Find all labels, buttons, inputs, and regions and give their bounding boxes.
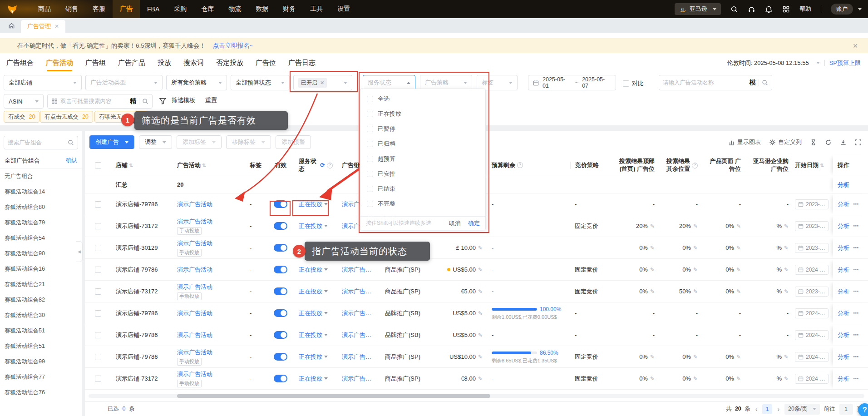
edit-pencil-icon[interactable]: ✎ — [650, 245, 655, 251]
sidebar-collapse-handle[interactable]: ◀ — [76, 241, 83, 262]
edit-pencil-icon[interactable]: ✎ — [736, 223, 741, 229]
valid-toggle[interactable] — [274, 222, 287, 230]
row-checkbox[interactable] — [95, 354, 101, 360]
campaign-link[interactable]: 演示广告活动 — [177, 348, 212, 357]
refresh-icon[interactable] — [825, 139, 832, 146]
chevron-down-icon[interactable] — [816, 62, 820, 64]
valid-toggle[interactable] — [274, 266, 287, 273]
edit-pencil-icon[interactable]: ✎ — [693, 288, 698, 295]
expand-icon[interactable] — [855, 139, 862, 146]
service-status-dropdown-trigger[interactable]: 正在投放 — [299, 266, 328, 274]
start-date-picker[interactable]: 2023-… — [795, 221, 829, 231]
edit-pencil-icon[interactable]: ✎ — [693, 376, 698, 382]
edit-pencil-icon[interactable]: ✎ — [736, 245, 741, 251]
nav-item-2[interactable]: 客服 — [85, 0, 113, 18]
bell-icon[interactable] — [765, 5, 773, 13]
campaign-link[interactable]: 演示广告活动 — [177, 283, 212, 291]
fuzzy-toggle[interactable]: 模 — [750, 79, 756, 87]
batch-grid-icon[interactable] — [51, 98, 58, 104]
funnel-icon[interactable] — [159, 97, 167, 105]
start-date-picker[interactable]: 2024-… — [795, 330, 829, 340]
confirm-link[interactable]: 确认 — [66, 157, 77, 164]
add-alert-button[interactable]: 添加预警 — [276, 135, 311, 149]
service-status-select[interactable]: 服务状态 — [363, 75, 415, 90]
search-icon[interactable] — [68, 139, 74, 146]
analyze-link[interactable]: 分析 — [838, 200, 849, 208]
portfolio-search-input[interactable] — [8, 139, 58, 146]
service-option-6[interactable]: 已结束 — [360, 181, 485, 196]
service-option-0[interactable]: 全选 — [360, 91, 485, 106]
subnav-tab-4[interactable]: 投放 — [158, 53, 171, 73]
analyze-link[interactable]: 分析 — [838, 309, 849, 317]
service-option-3[interactable]: 已归档 — [360, 136, 485, 151]
column-header-12[interactable]: 搜索结果其余位置? — [659, 158, 702, 173]
row-checkbox[interactable] — [95, 245, 101, 251]
refresh-icon[interactable]: ⟳ — [320, 162, 325, 169]
cancel-button[interactable]: 取消 — [449, 219, 461, 228]
scrollbar-thumb[interactable] — [177, 394, 490, 398]
edit-pencil-icon[interactable]: ✎ — [478, 376, 483, 382]
help-fab-button[interactable]: ? — [858, 403, 868, 416]
select-all-checkbox[interactable] — [95, 162, 101, 168]
edit-pencil-icon[interactable]: ✎ — [693, 354, 698, 360]
sidebar-item-13[interactable]: 赛狐活动组合77 — [0, 369, 82, 385]
more-actions-icon[interactable]: ⋯ — [853, 310, 859, 317]
analyze-link[interactable]: 分析 — [838, 287, 849, 296]
start-date-picker[interactable]: 2023-… — [795, 199, 829, 209]
search-icon[interactable] — [762, 79, 768, 86]
headset-icon[interactable] — [748, 5, 755, 13]
column-header-3[interactable]: 标签 — [245, 162, 267, 169]
custom-columns-button[interactable]: 自定义列 — [769, 138, 802, 146]
column-header-13[interactable]: 产品页面 广告位 — [702, 158, 745, 173]
analyze-link[interactable]: 分析 — [838, 331, 849, 339]
analyze-link[interactable]: 分析 — [838, 244, 849, 252]
portfolio-link[interactable]: 演示广告… — [342, 309, 371, 317]
current-page[interactable]: 1 — [762, 404, 772, 414]
edit-pencil-icon[interactable]: ✎ — [784, 245, 789, 251]
batch-search-input[interactable] — [60, 98, 127, 104]
campaign-link[interactable]: 演示广告活动 — [177, 218, 212, 226]
valid-toggle[interactable] — [274, 287, 287, 295]
row-checkbox[interactable] — [95, 267, 101, 273]
valid-toggle[interactable] — [274, 331, 287, 339]
start-date-picker[interactable]: 2024-… — [795, 374, 829, 384]
shop-select[interactable]: 全部店铺 — [4, 75, 82, 90]
row-checkbox[interactable] — [95, 310, 101, 317]
column-header-15[interactable]: 开始日期⇅ — [793, 162, 833, 169]
start-date-picker[interactable]: 2023-… — [795, 287, 829, 297]
more-actions-icon[interactable]: ⋯ — [853, 288, 859, 295]
column-header-1[interactable]: 店铺⇅ — [111, 162, 173, 169]
nav-item-10[interactable]: 工具 — [303, 0, 330, 18]
nav-item-9[interactable]: 财务 — [276, 0, 303, 18]
apps-grid-icon[interactable] — [782, 5, 790, 13]
sp-budget-link[interactable]: SP预算上限 — [829, 59, 861, 67]
edit-pencil-icon[interactable]: ✎ — [650, 267, 655, 273]
subnav-tab-2[interactable]: 广告组 — [85, 53, 106, 73]
add-tag-button[interactable]: 添加标签 — [177, 135, 222, 149]
row-checkbox[interactable] — [95, 288, 101, 295]
sort-icon[interactable]: ⇅ — [820, 162, 824, 168]
service-option-5[interactable]: 已安排 — [360, 166, 485, 181]
confirm-button[interactable]: 确定 — [468, 219, 480, 228]
edit-pencil-icon[interactable]: ✎ — [784, 267, 789, 273]
close-icon[interactable]: ✕ — [54, 23, 59, 30]
sidebar-item-9[interactable]: 赛狐活动组合30 — [0, 307, 82, 323]
sidebar-item-3[interactable]: 赛狐活动组合79 — [0, 215, 82, 230]
sidebar-item-2[interactable]: 赛狐活动组合80 — [0, 199, 82, 215]
edit-pencil-icon[interactable]: ✎ — [736, 354, 741, 360]
service-status-dropdown-trigger[interactable]: 正在投放 — [299, 200, 328, 208]
edit-pencil-icon[interactable]: ✎ — [650, 376, 655, 382]
notice-close-icon[interactable]: ✕ — [853, 42, 858, 50]
edit-pencil-icon[interactable]: ✎ — [736, 267, 741, 273]
bid-strategy-select[interactable]: 所有竞价策略 — [166, 75, 227, 90]
service-option-7[interactable]: 不完整 — [360, 196, 485, 211]
asin-select[interactable]: ASIN — [4, 94, 44, 109]
subnav-tab-7[interactable]: 广告位 — [256, 53, 276, 73]
quick-tag-1[interactable]: 有点击无成交20 — [40, 111, 93, 123]
show-chart-toggle[interactable]: 显示图表 — [728, 138, 761, 146]
valid-toggle[interactable] — [274, 200, 287, 208]
edit-pencil-icon[interactable]: ✎ — [736, 376, 741, 382]
account-menu[interactable]: 账户 — [831, 4, 862, 15]
valid-toggle[interactable] — [274, 309, 287, 317]
start-date-picker[interactable]: 2024-… — [795, 308, 829, 318]
